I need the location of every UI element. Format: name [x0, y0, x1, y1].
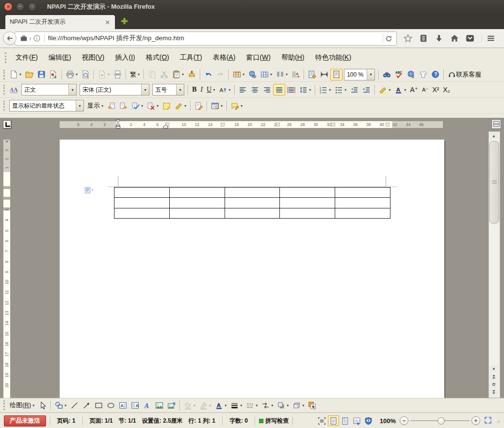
table-cell[interactable] — [280, 208, 335, 218]
draw-menu[interactable]: 绘图(R)▾ — [8, 399, 36, 411]
export-pdf[interactable] — [48, 69, 60, 80]
reviewing-pane[interactable]: ▾ — [209, 100, 225, 111]
table-cell[interactable] — [335, 198, 390, 208]
table-cell[interactable] — [280, 188, 335, 198]
spell-check[interactable] — [393, 69, 405, 80]
new-document[interactable]: ▾ — [8, 69, 23, 80]
track-changes[interactable] — [193, 100, 205, 111]
indent-marker-icon[interactable] — [115, 119, 121, 129]
url-text[interactable]: file:///home/wps/NPAPI 插件开发/np_demo.htm — [48, 34, 383, 43]
insert-clipart[interactable] — [165, 399, 178, 411]
dropdown-arrow-icon[interactable]: ▾ — [76, 100, 83, 111]
tab-npapi-demo[interactable]: NPAPI 二次开发演示 × — [5, 15, 115, 29]
dropdown-arrow-icon[interactable]: ▾ — [176, 84, 184, 95]
bookmarks-menu-button[interactable] — [419, 34, 428, 43]
menu-编辑[interactable]: 编辑(E) — [43, 51, 77, 64]
contact-support[interactable]: 联系客服 — [446, 69, 483, 80]
back-button[interactable] — [3, 32, 16, 45]
shrink-font[interactable]: A⁻ — [420, 84, 430, 95]
eye-protection-mode-button[interactable] — [363, 415, 374, 426]
italic[interactable]: I — [198, 84, 205, 95]
arrow[interactable] — [81, 399, 93, 411]
numbering[interactable]: ▾ — [317, 84, 333, 95]
table-column-mark[interactable] — [386, 123, 390, 127]
shadow-style[interactable]: ▾ — [275, 399, 291, 411]
find-replace[interactable] — [381, 69, 393, 80]
dropdown-arrow-icon[interactable]: ▾ — [68, 84, 76, 95]
menu-文件[interactable]: 文件(F) — [10, 51, 43, 64]
align-right[interactable] — [261, 84, 273, 95]
cut[interactable] — [158, 69, 170, 80]
bookmark-star-button[interactable] — [404, 34, 412, 43]
font-size-combo[interactable]: 五号▾ — [152, 84, 184, 95]
superscript[interactable]: X² — [430, 84, 441, 95]
table-cell[interactable] — [225, 208, 280, 218]
info-icon[interactable] — [33, 34, 41, 42]
table-cell[interactable] — [335, 188, 390, 198]
menu-插入[interactable]: 插入(I) — [110, 51, 140, 64]
table-cell[interactable] — [114, 188, 170, 198]
align-left[interactable] — [237, 84, 249, 95]
skins[interactable] — [417, 69, 429, 80]
home-button[interactable] — [450, 34, 459, 43]
style-combo[interactable]: 正文▾ — [21, 84, 77, 95]
downloads-button[interactable] — [435, 34, 443, 43]
license-badge[interactable]: 产品未激活 — [4, 415, 46, 427]
insert-picture[interactable] — [153, 399, 165, 411]
url-bar[interactable]: › file:///home/wps/NPAPI 插件开发/np_demo.ht… — [15, 32, 397, 46]
format-painter[interactable] — [186, 69, 198, 80]
reject-change[interactable]: ▾ — [145, 100, 161, 111]
font-color[interactable]: ▾ — [392, 84, 408, 95]
insert-comment[interactable] — [161, 100, 173, 111]
tab-stop-selector[interactable] — [3, 120, 11, 128]
menu-表格[interactable]: 表格(A) — [208, 51, 241, 64]
oval[interactable] — [105, 399, 117, 411]
document-page[interactable]: ▾ — [60, 140, 444, 398]
previous-change[interactable] — [105, 100, 117, 111]
open[interactable] — [23, 69, 35, 80]
show-markup[interactable]: 显示▾ — [85, 100, 105, 111]
table-cell[interactable] — [335, 208, 390, 218]
next-page-button[interactable] — [489, 389, 498, 396]
comment-settings[interactable]: ▾ — [229, 100, 244, 111]
horizontal-ruler[interactable]: 6422461012141820222426283032343638404244… — [60, 121, 443, 128]
table-cell[interactable] — [280, 198, 335, 208]
pocket-button[interactable] — [466, 34, 474, 43]
align-center[interactable] — [249, 84, 261, 95]
menu-视图[interactable]: 视图(V) — [77, 51, 110, 64]
document-table[interactable] — [114, 187, 390, 219]
threed-style[interactable]: ▾ — [291, 399, 306, 411]
fill-color[interactable]: ▾ — [182, 399, 197, 411]
table-cell[interactable] — [169, 198, 225, 208]
table-column-mark[interactable] — [221, 123, 225, 127]
copy[interactable] — [146, 69, 158, 80]
tab-close-button[interactable]: × — [104, 18, 111, 26]
table-column-mark[interactable] — [331, 123, 335, 127]
spell-check-status[interactable]: 拼写检查 — [259, 417, 289, 425]
character-spacing[interactable] — [290, 69, 302, 80]
save[interactable] — [35, 69, 48, 80]
menu-格式[interactable]: 格式(O) — [141, 51, 175, 64]
print-layout-toggle[interactable] — [330, 69, 342, 80]
select-objects[interactable] — [36, 399, 49, 411]
table-column-mark[interactable] — [276, 123, 280, 127]
columns[interactable]: ▾ — [274, 69, 290, 80]
menu-帮助[interactable]: 帮助(H) — [276, 51, 309, 64]
highlight[interactable]: ▾ — [377, 84, 392, 95]
zoom-slider[interactable] — [410, 416, 470, 425]
page-setup[interactable] — [306, 69, 318, 80]
toolbar-grip[interactable] — [3, 101, 5, 111]
table-cell[interactable] — [169, 208, 225, 218]
table-options-button[interactable]: ▾ — [84, 185, 97, 195]
paste[interactable]: ▾ — [170, 69, 186, 80]
ruler-toggle-button[interactable] — [491, 119, 501, 129]
line[interactable] — [68, 399, 81, 411]
grow-font[interactable]: A⁺ — [408, 84, 420, 95]
scroll-up-button[interactable]: ▲ — [489, 132, 498, 140]
redo[interactable] — [214, 69, 227, 80]
line-color[interactable]: ▾ — [197, 399, 213, 411]
table-cell[interactable] — [225, 188, 280, 198]
rectangle[interactable] — [93, 399, 105, 411]
bullets[interactable]: ▾ — [333, 84, 348, 95]
character-scale[interactable]: ▾ — [217, 84, 232, 95]
